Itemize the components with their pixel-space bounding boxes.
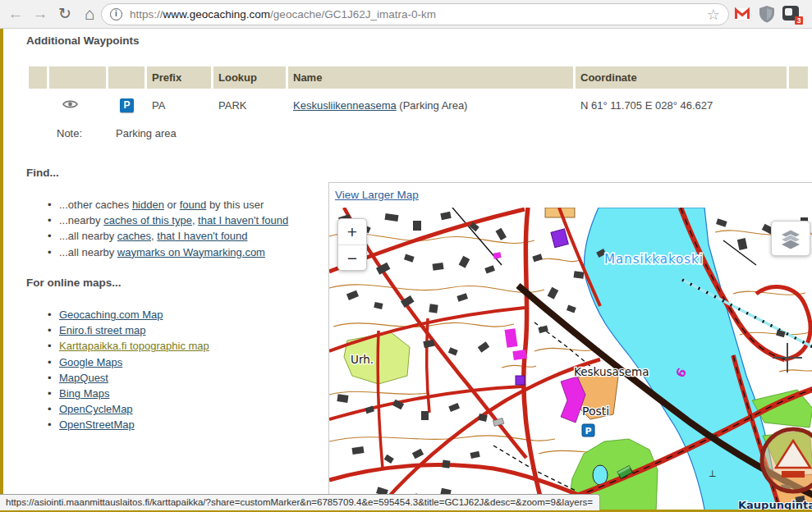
eniro-map-link[interactable]: Eniro.fi street map xyxy=(59,324,146,336)
th-name: Name xyxy=(288,66,573,89)
extension-badge: 3 xyxy=(795,16,803,25)
status-bar-link-preview: https://asiointi.maanmittauslaitos.fi/ka… xyxy=(0,494,600,510)
not-found-link[interactable]: that I haven't found xyxy=(157,230,247,242)
find-list: ...other caches hidden or found by this … xyxy=(26,197,288,260)
url-text: https://www.geocaching.com/geocache/GC1J… xyxy=(130,8,436,21)
reload-icon[interactable]: ↻ xyxy=(54,3,76,25)
caches-of-type-link[interactable]: caches of this type xyxy=(103,214,192,226)
name-cell: Keskusliikenneasema (Parking Area) xyxy=(288,89,573,121)
url-host: www.geocaching.com xyxy=(163,8,271,21)
note-label: Note: xyxy=(49,121,106,144)
list-item: MapQuest xyxy=(26,370,209,386)
url-scheme: https:// xyxy=(130,8,163,21)
openstreetmap-link[interactable]: OpenStreetMap xyxy=(59,418,135,431)
layers-icon xyxy=(779,228,802,249)
not-found-link[interactable]: that I haven't found xyxy=(198,214,288,226)
waypoint-name-link[interactable]: Keskusliikenneasema xyxy=(293,99,397,112)
page-info-icon[interactable]: i xyxy=(110,8,122,21)
list-item: OpenStreetMap xyxy=(26,417,209,432)
browser-toolbar: ← → ↻ ⌂ i https://www.geocaching.com/geo… xyxy=(0,0,812,29)
bing-maps-link[interactable]: Bing Maps xyxy=(59,387,109,400)
list-item: Google Maps xyxy=(26,354,209,370)
opencyclemap-link[interactable]: OpenCycleMap xyxy=(59,403,133,415)
find-section-title: Find... xyxy=(26,167,59,179)
th-prefix: Prefix xyxy=(147,66,211,89)
waypoints-title: Additional Waypoints xyxy=(26,34,140,47)
sports-field-label: Urh. xyxy=(351,353,374,366)
table-row xyxy=(29,89,47,121)
type-cell: P xyxy=(108,89,145,121)
waypoints-table: Prefix Lookup Name Coordinate P PA PARK … xyxy=(29,66,810,144)
online-maps-title: For online maps... xyxy=(26,277,122,289)
th-lookup: Lookup xyxy=(213,66,286,89)
th-blank-1 xyxy=(29,66,47,89)
list-item: Eniro.fi street map xyxy=(26,322,209,338)
topo-map[interactable]: Mansikkakoski Keskusasema Posti Urh. Kau… xyxy=(329,208,812,512)
coordinate-cell: N 61° 11.705 E 028° 46.627 xyxy=(576,89,787,121)
th-type xyxy=(108,66,145,89)
google-maps-link[interactable]: Google Maps xyxy=(59,356,122,368)
geocache-page: Additional Waypoints Prefix Lookup Name … xyxy=(0,29,812,512)
th-blank-2 xyxy=(789,66,808,89)
zoom-control: + − xyxy=(337,218,367,271)
parking-marker: P xyxy=(582,424,594,437)
online-maps-list: Geocaching.com Map Eniro.fi street map K… xyxy=(26,307,209,433)
caches-link[interactable]: caches xyxy=(117,230,151,242)
list-item: ...nearby caches of this type, that I ha… xyxy=(26,213,288,228)
forward-icon[interactable]: → xyxy=(30,3,51,25)
home-icon[interactable]: ⌂ xyxy=(79,3,100,25)
lookup-cell: PARK xyxy=(213,89,286,121)
list-item: Geocaching.com Map xyxy=(26,307,209,322)
gmail-extension-icon[interactable] xyxy=(732,4,752,24)
th-coordinate: Coordinate xyxy=(576,66,787,89)
list-item: Bing Maps xyxy=(26,386,209,401)
waypoint-name-suffix: (Parking Area) xyxy=(397,99,468,112)
waymarking-link[interactable]: waymarks on Waymarking.com xyxy=(117,246,265,258)
list-item: ...other caches hidden or found by this … xyxy=(26,197,288,213)
layers-button[interactable] xyxy=(771,221,810,256)
note-value: Parking area xyxy=(108,121,808,144)
list-item: Karttapaikka.fi topographic map xyxy=(26,338,209,354)
back-icon[interactable]: ← xyxy=(5,3,26,25)
visibility-cell xyxy=(49,89,106,121)
zoom-in-button[interactable]: + xyxy=(338,219,366,245)
karttapaikka-map-link[interactable]: Karttapaikka.fi topographic map xyxy=(59,340,209,352)
svg-text:P: P xyxy=(585,426,591,437)
river-label: Mansikkakoski xyxy=(604,252,704,267)
list-item: ...all nearby waymarks on Waymarking.com xyxy=(26,245,288,260)
geocaching-map-link[interactable]: Geocaching.com Map xyxy=(59,309,163,321)
station-label: Keskusasema xyxy=(574,365,649,378)
view-larger-map-link[interactable]: View Larger Map xyxy=(335,189,419,201)
zoom-out-button[interactable]: − xyxy=(338,245,366,272)
shield-extension-icon[interactable] xyxy=(757,4,777,24)
list-item: ...all nearby caches, that I haven't fou… xyxy=(26,228,288,244)
prefix-cell: PA xyxy=(147,89,211,121)
tabs-extension-icon[interactable]: 3 xyxy=(782,4,801,24)
bookmark-star-icon[interactable]: ☆ xyxy=(707,7,720,22)
map-symbol: ⊥ xyxy=(709,469,717,479)
found-link[interactable]: found xyxy=(180,199,207,211)
map-panel: View Larger Map xyxy=(328,182,812,512)
address-bar[interactable]: i https://www.geocaching.com/geocache/GC… xyxy=(101,3,729,25)
post-office-label: Posti xyxy=(582,405,609,418)
th-visibility xyxy=(49,66,106,89)
list-item: OpenCycleMap xyxy=(26,401,209,417)
hidden-link[interactable]: hidden xyxy=(132,199,164,211)
eye-icon[interactable] xyxy=(62,99,78,112)
mapquest-link[interactable]: MapQuest xyxy=(59,372,108,384)
parking-type-icon: P xyxy=(120,98,134,112)
custom-marker-icon[interactable] xyxy=(762,429,812,491)
url-path: /geocache/GC1J62J_imatra-0-km xyxy=(270,8,436,21)
